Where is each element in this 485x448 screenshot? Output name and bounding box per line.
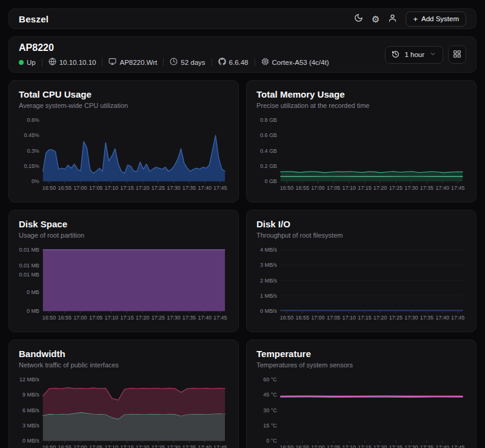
- user-icon: [388, 13, 397, 24]
- svg-text:17:10: 17:10: [342, 445, 355, 448]
- divider: [212, 58, 212, 66]
- svg-text:17:45: 17:45: [213, 185, 227, 191]
- svg-text:17:00: 17:00: [311, 315, 324, 321]
- svg-text:17:40: 17:40: [436, 185, 449, 191]
- grid-layout-icon: [453, 50, 461, 60]
- add-system-button[interactable]: + Add System: [406, 12, 466, 27]
- top-bar: Beszel ⚙ + Add System: [8, 8, 477, 29]
- svg-text:16:55: 16:55: [58, 445, 72, 448]
- svg-text:16:50: 16:50: [280, 445, 293, 448]
- svg-text:17:40: 17:40: [198, 315, 212, 321]
- chevron-down-icon: [429, 50, 436, 59]
- svg-text:0 MB: 0 MB: [27, 309, 39, 315]
- agent-version-chip: 6.6.48: [218, 58, 249, 67]
- svg-text:17:40: 17:40: [198, 185, 212, 191]
- svg-text:17:20: 17:20: [373, 445, 387, 448]
- cpu-usage-chart: 0.6%0.45%0.3%0.15%0%16:5016:5517:0017:05…: [19, 116, 229, 197]
- ip-chip: 10.10.10.10: [48, 58, 96, 67]
- bandwidth-chart: 12 MB/s9 MB/s6 MB/s3 MB/s0 MB/s16:5016:5…: [19, 376, 229, 448]
- github-icon: [218, 58, 226, 67]
- chip-model-chip: Cortex-A53 (4c/4t): [261, 58, 329, 67]
- svg-text:17:15: 17:15: [120, 445, 133, 448]
- user-menu-button[interactable]: [388, 13, 397, 24]
- temperature-chart: 60 °C45 °C30 °C15 °C0 °C16:5016:5517:001…: [256, 376, 466, 448]
- system-controls: 1 hour: [385, 45, 466, 64]
- svg-text:17:45: 17:45: [451, 185, 464, 191]
- svg-text:17:35: 17:35: [420, 315, 433, 321]
- svg-text:17:35: 17:35: [420, 185, 433, 191]
- svg-text:0 MB/s: 0 MB/s: [260, 309, 277, 315]
- svg-text:17:10: 17:10: [104, 445, 118, 448]
- svg-text:17:00: 17:00: [311, 185, 324, 191]
- svg-text:0.15%: 0.15%: [24, 163, 39, 169]
- svg-text:60 °C: 60 °C: [263, 376, 277, 383]
- time-range-select[interactable]: 1 hour: [385, 46, 443, 64]
- svg-text:45 °C: 45 °C: [263, 392, 277, 398]
- svg-text:17:35: 17:35: [182, 315, 196, 321]
- svg-text:12 MB/s: 12 MB/s: [19, 376, 39, 383]
- status-dot-icon: [19, 60, 24, 65]
- theme-toggle-button[interactable]: [354, 13, 363, 24]
- divider: [102, 58, 102, 66]
- memory-card: Total Memory Usage Precise utilization a…: [246, 80, 477, 202]
- svg-text:16:50: 16:50: [42, 185, 56, 191]
- svg-text:0.01 MB: 0.01 MB: [19, 263, 39, 269]
- svg-text:17:15: 17:15: [358, 315, 371, 321]
- svg-text:17:05: 17:05: [89, 445, 102, 448]
- svg-text:15 °C: 15 °C: [263, 423, 277, 429]
- svg-text:3 MB/s: 3 MB/s: [22, 423, 39, 429]
- system-name: AP8220: [19, 42, 329, 53]
- svg-text:17:20: 17:20: [136, 185, 149, 191]
- svg-text:17:00: 17:00: [73, 185, 87, 191]
- svg-text:0.8 GB: 0.8 GB: [260, 117, 277, 123]
- svg-text:17:30: 17:30: [167, 185, 180, 191]
- svg-text:17:10: 17:10: [342, 185, 355, 191]
- svg-text:16:50: 16:50: [42, 315, 56, 321]
- svg-text:17:30: 17:30: [404, 185, 418, 191]
- svg-text:16:50: 16:50: [42, 445, 56, 448]
- svg-text:17:25: 17:25: [152, 315, 165, 321]
- svg-text:17:25: 17:25: [389, 185, 403, 191]
- svg-text:17:15: 17:15: [120, 185, 133, 191]
- svg-text:1 MB/s: 1 MB/s: [260, 293, 277, 299]
- svg-text:0.45%: 0.45%: [24, 132, 39, 138]
- svg-text:0.4 GB: 0.4 GB: [260, 148, 277, 154]
- svg-text:17:45: 17:45: [213, 445, 227, 448]
- svg-text:16:55: 16:55: [296, 185, 309, 191]
- svg-text:0%: 0%: [32, 178, 39, 184]
- bandwidth-card-title: Bandwidth: [19, 349, 229, 359]
- time-range-value: 1 hour: [404, 51, 424, 58]
- cpu-card-title: Total CPU Usage: [19, 89, 229, 99]
- svg-text:16:55: 16:55: [296, 445, 309, 448]
- svg-text:17:15: 17:15: [358, 445, 371, 448]
- svg-text:17:45: 17:45: [451, 315, 464, 321]
- svg-text:17:20: 17:20: [373, 185, 387, 191]
- disk-io-card-title: Disk I/O: [256, 219, 466, 229]
- cpu-chip-icon: [261, 58, 269, 67]
- svg-text:0.01 MB: 0.01 MB: [19, 272, 39, 278]
- svg-text:17:40: 17:40: [198, 445, 212, 448]
- brand-logo: Beszel: [19, 14, 48, 24]
- gear-icon: ⚙: [372, 15, 380, 24]
- svg-text:6 MB/s: 6 MB/s: [22, 407, 39, 413]
- svg-text:17:25: 17:25: [389, 315, 403, 321]
- memory-usage-chart: 0.8 GB0.6 GB0.4 GB0.2 GB0 GB16:5016:5517…: [256, 116, 466, 197]
- svg-text:17:20: 17:20: [373, 315, 387, 321]
- svg-text:0.01 MB: 0.01 MB: [19, 247, 39, 253]
- system-info: AP8220 Up 10.10.10.10 AP8220.Wrt: [19, 42, 329, 67]
- disk-space-card: Disk Space Usage of root partition 0.01 …: [8, 210, 239, 332]
- svg-text:17:05: 17:05: [327, 185, 340, 191]
- layout-toggle-button[interactable]: [448, 45, 466, 64]
- svg-text:0 MB: 0 MB: [27, 289, 39, 295]
- svg-text:16:50: 16:50: [280, 315, 293, 321]
- moon-icon: [354, 13, 363, 24]
- settings-button[interactable]: ⚙: [372, 15, 380, 24]
- svg-text:17:25: 17:25: [152, 445, 165, 448]
- agent-version-label: 6.6.48: [229, 59, 249, 66]
- svg-text:17:10: 17:10: [342, 315, 355, 321]
- status-label: Up: [27, 59, 36, 66]
- svg-text:16:55: 16:55: [58, 185, 72, 191]
- memory-card-title: Total Memory Usage: [256, 89, 466, 99]
- svg-text:0 MB/s: 0 MB/s: [22, 438, 39, 444]
- svg-text:30 °C: 30 °C: [263, 407, 277, 413]
